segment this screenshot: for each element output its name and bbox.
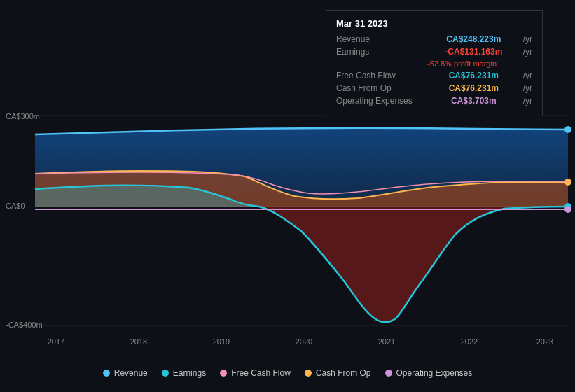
legend-dot-revenue [103,370,110,377]
tooltip-row-fcf: Free Cash Flow CA$76.231m /yr [336,71,532,80]
legend-item-opex[interactable]: Operating Expenses [385,368,473,378]
legend-label-revenue: Revenue [114,368,148,378]
svg-point-7 [564,206,571,213]
chart-legend: Revenue Earnings Free Cash Flow Cash Fro… [0,368,575,378]
legend-label-earnings: Earnings [173,368,206,378]
tooltip-value-earnings: -CA$131.163m [445,47,502,57]
tooltip-row-revenue: Revenue CA$248.223m /yr [336,34,532,44]
legend-item-fcf[interactable]: Free Cash Flow [220,368,291,378]
svg-text:2022: 2022 [461,337,478,346]
svg-text:CA$300m: CA$300m [6,112,40,120]
tooltip-label-cashop: Cash From Op [336,83,427,93]
svg-text:2017: 2017 [48,337,64,346]
tooltip-row-cashop: Cash From Op CA$76.231m /yr [336,83,532,93]
tooltip-label-revenue: Revenue [336,34,427,44]
chart-container: Mar 31 2023 Revenue CA$248.223m /yr Earn… [0,0,575,392]
legend-label-fcf: Free Cash Flow [231,368,291,378]
tooltip: Mar 31 2023 Revenue CA$248.223m /yr Earn… [326,10,543,116]
svg-point-5 [564,178,571,186]
tooltip-row-opex: Operating Expenses CA$3.703m /yr [336,96,532,106]
tooltip-value-cashop: CA$76.231m [449,83,499,93]
svg-text:CA$0: CA$0 [6,202,25,210]
tooltip-value-fcf: CA$76.231m [449,71,499,80]
tooltip-value-revenue: CA$248.223m [446,34,501,44]
tooltip-label-fcf: Free Cash Flow [336,71,427,80]
legend-label-opex: Operating Expenses [396,368,473,378]
legend-dot-earnings [162,370,169,377]
legend-dot-cashop [305,370,312,377]
tooltip-row-earnings: Earnings -CA$131.163m /yr [336,47,532,57]
svg-point-4 [564,126,571,133]
legend-dot-fcf [220,370,227,377]
svg-text:2021: 2021 [378,337,395,346]
legend-item-cashop[interactable]: Cash From Op [305,368,371,378]
svg-text:-CA$400m: -CA$400m [6,321,43,329]
svg-text:2020: 2020 [296,337,312,346]
legend-dot-opex [385,370,392,377]
svg-text:2023: 2023 [536,337,553,346]
legend-item-revenue[interactable]: Revenue [103,368,148,378]
legend-label-cashop: Cash From Op [316,368,371,378]
svg-text:2019: 2019 [213,337,230,346]
tooltip-value-opex: CA$3.703m [451,96,497,106]
svg-text:2018: 2018 [130,337,147,346]
tooltip-date: Mar 31 2023 [336,18,532,29]
tooltip-label-opex: Operating Expenses [336,96,427,106]
legend-item-earnings[interactable]: Earnings [162,368,206,378]
tooltip-label-earnings: Earnings [336,47,427,57]
profit-margin-badge: -52.8% profit margin [427,59,532,68]
